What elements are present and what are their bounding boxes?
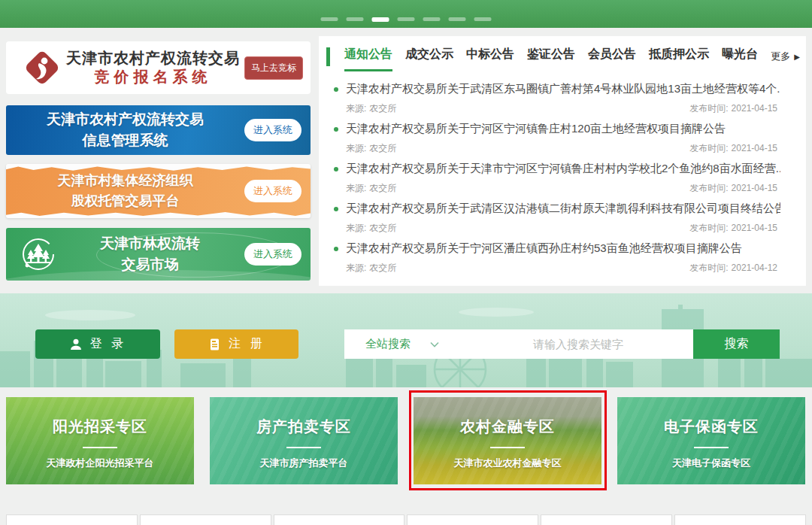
zone-divider: [694, 447, 729, 448]
news-title-row[interactable]: 天津农村产权交易所关于宁河区宁河镇鲁庄村120亩土地经营权项目摘牌公告: [334, 122, 780, 136]
search-scope-select[interactable]: 全站搜索: [344, 337, 463, 351]
site-title: 天津市农村产权流转交易 竞价报名系统: [62, 49, 244, 86]
register-button[interactable]: 注 册: [174, 329, 298, 359]
date-label: 发布时间:: [689, 143, 728, 153]
news-source: 来源:农交所: [346, 102, 399, 115]
news-list-item: 天津农村产权交易所关于武清区汉沽港镇二街村原天津凯得利科技有限公司项目终结公告 …: [334, 195, 780, 235]
carousel-dot[interactable]: [474, 17, 492, 21]
news-date: 发布时间:2021-04-15: [689, 222, 780, 235]
search-button[interactable]: 搜索: [693, 329, 780, 359]
news-title: 天津农村产权交易所关于武清区东马圈镇广善村第4号林业队园地13亩土地经营权等4个…: [346, 82, 780, 96]
zone-title: 阳光招采专区: [53, 417, 147, 437]
equity-platform-enter-button[interactable]: 进入系统: [244, 180, 301, 202]
more-link[interactable]: 更多 ▶: [771, 50, 800, 63]
search-input[interactable]: [463, 329, 693, 359]
date-value: 2021-04-15: [732, 183, 777, 193]
date-label: 发布时间:: [689, 262, 728, 273]
news-title: 天津农村产权交易所关于宁河区潘庄镇西孙庄村约53亩鱼池经营权项目摘牌公告: [346, 241, 742, 256]
zone-card[interactable]: 电子保函专区 天津电子保函专区: [617, 397, 805, 484]
info-system-line2: 信息管理系统: [6, 130, 244, 152]
news-source: 来源:农交所: [346, 142, 399, 155]
news-source: 来源:农交所: [346, 262, 399, 275]
news-source: 来源:农交所: [346, 182, 399, 195]
news-list: 天津农村产权交易所关于武清区东马圈镇广善村第4号林业队园地13亩土地经营权等4个…: [319, 72, 806, 275]
carousel-dot[interactable]: [423, 17, 441, 21]
bottom-card[interactable]: [541, 514, 672, 525]
source-label: 来源:: [346, 103, 366, 114]
carousel-dot[interactable]: [372, 17, 389, 22]
search-scope-label: 全站搜索: [365, 337, 411, 351]
zone-divider: [490, 447, 525, 448]
bottom-card[interactable]: [674, 514, 806, 525]
search-bar: 全站搜索: [344, 329, 693, 359]
zone-card[interactable]: 阳光招采专区 天津政村企阳光招采平台: [6, 397, 194, 484]
news-title: 天津农村产权交易所关于天津市宁河区宁河镇鲁庄村村内学校北2个鱼池约8亩水面经营.…: [346, 162, 780, 176]
news-tab[interactable]: 成交公示: [405, 47, 453, 71]
zone-divider: [83, 447, 117, 448]
zone-card[interactable]: 房产拍卖专区 天津市房产拍卖平台: [210, 397, 398, 484]
equity-platform-banner-inner: 天津市村集体经济组织 股权托管交易平台 进入系统: [6, 164, 311, 218]
info-system-title: 天津市农村产权流转交易 信息管理系统: [6, 109, 244, 152]
bottom-card-row: [6, 514, 806, 525]
news-tab[interactable]: 鉴证公告: [527, 47, 575, 71]
date-label: 发布时间:: [689, 103, 728, 114]
forest-line1: 天津市林权流转: [56, 233, 244, 255]
carousel-dot[interactable]: [347, 17, 364, 21]
zone-subtitle: 天津市房产拍卖平台: [260, 457, 348, 470]
forest-line2: 交易市场: [56, 254, 244, 276]
news-tab[interactable]: 抵质押公示: [649, 47, 709, 71]
news-source: 来源:农交所: [346, 222, 399, 235]
forest-market-banner[interactable]: 天津市林权流转 交易市场 进入系统: [6, 228, 311, 281]
equity-line1: 天津市村集体经济组织: [6, 171, 244, 191]
news-meta: 来源:农交所 发布时间:2021-04-12: [334, 262, 780, 275]
login-label: 登 录: [90, 336, 126, 352]
carousel-dots: [321, 17, 492, 22]
news-title-row[interactable]: 天津农村产权交易所关于武清区东马圈镇广善村第4号林业队园地13亩土地经营权等4个…: [334, 82, 780, 96]
equity-platform-title: 天津市村集体经济组织 股权托管交易平台: [6, 171, 244, 211]
carousel-dot[interactable]: [398, 17, 415, 21]
info-system-banner[interactable]: 天津市农村产权流转交易 信息管理系统 进入系统: [6, 105, 311, 155]
source-value: 农交所: [369, 103, 396, 114]
date-value: 2021-04-15: [732, 103, 777, 114]
equity-platform-banner[interactable]: 天津市村集体经济组织 股权托管交易平台 进入系统: [6, 164, 311, 218]
bottom-card[interactable]: [407, 514, 538, 525]
go-bid-button[interactable]: 马上去竞标: [244, 56, 303, 80]
zone-card-background: [210, 397, 398, 484]
news-list-item: 天津农村产权交易所关于天津市宁河区宁河镇鲁庄村村内学校北2个鱼池约8亩水面经营.…: [334, 155, 780, 195]
news-title-row[interactable]: 天津农村产权交易所关于天津市宁河区宁河镇鲁庄村村内学校北2个鱼池约8亩水面经营.…: [334, 162, 780, 176]
news-tab[interactable]: 曝光台: [722, 47, 758, 71]
news-title-row[interactable]: 天津农村产权交易所关于宁河区潘庄镇西孙庄村约53亩鱼池经营权项目摘牌公告: [334, 241, 780, 256]
date-value: 2021-04-12: [732, 262, 777, 273]
zone-card[interactable]: 农村金融专区 天津市农业农村金融专区: [414, 397, 601, 484]
news-tab[interactable]: 中标公告: [466, 47, 514, 71]
login-button[interactable]: 登 录: [35, 329, 160, 359]
hero-search-band: 登 录 注 册 全站搜索 搜索: [0, 293, 812, 387]
info-system-enter-button[interactable]: 进入系统: [244, 119, 301, 141]
carousel-dot[interactable]: [449, 17, 466, 21]
bottom-card[interactable]: [274, 514, 405, 525]
date-label: 发布时间:: [689, 223, 728, 233]
tab-accent-bar: [326, 47, 330, 66]
source-label: 来源:: [346, 143, 366, 153]
source-value: 农交所: [369, 183, 396, 193]
logo-card: 天津市农村产权流转交易 竞价报名系统 马上去竞标: [6, 41, 311, 94]
carousel-dot[interactable]: [321, 17, 338, 21]
zone-cards: 阳光招采专区 天津政村企阳光招采平台 房产拍卖专区 天津市房产拍卖平台 农村金融…: [6, 397, 806, 484]
news-tab[interactable]: 通知公告: [344, 47, 392, 71]
forest-market-enter-button[interactable]: 进入系统: [244, 243, 301, 266]
news-panel: 通知公告成交公示中标公告鉴证公告会员公告抵质押公示曝光台 更多 ▶ 天津农村产权…: [319, 36, 806, 286]
news-title-row[interactable]: 天津农村产权交易所关于武清区汉沽港镇二街村原天津凯得利科技有限公司项目终结公告: [334, 202, 780, 216]
zone-subtitle: 天津政村企阳光招采平台: [47, 457, 154, 470]
source-label: 来源:: [346, 183, 366, 193]
register-label: 注 册: [229, 336, 265, 352]
news-title: 天津农村产权交易所关于武清区汉沽港镇二街村原天津凯得利科技有限公司项目终结公告: [346, 202, 780, 216]
bullet-icon: [334, 167, 338, 171]
news-meta: 来源:农交所 发布时间:2021-04-15: [334, 142, 780, 155]
bottom-card[interactable]: [140, 514, 271, 525]
zone-divider: [286, 447, 321, 448]
news-tab[interactable]: 会员公告: [588, 47, 636, 71]
news-date: 发布时间:2021-04-15: [689, 182, 780, 195]
news-meta: 来源:农交所 发布时间:2021-04-15: [334, 182, 780, 195]
bottom-card[interactable]: [6, 514, 138, 525]
source-value: 农交所: [369, 223, 396, 233]
